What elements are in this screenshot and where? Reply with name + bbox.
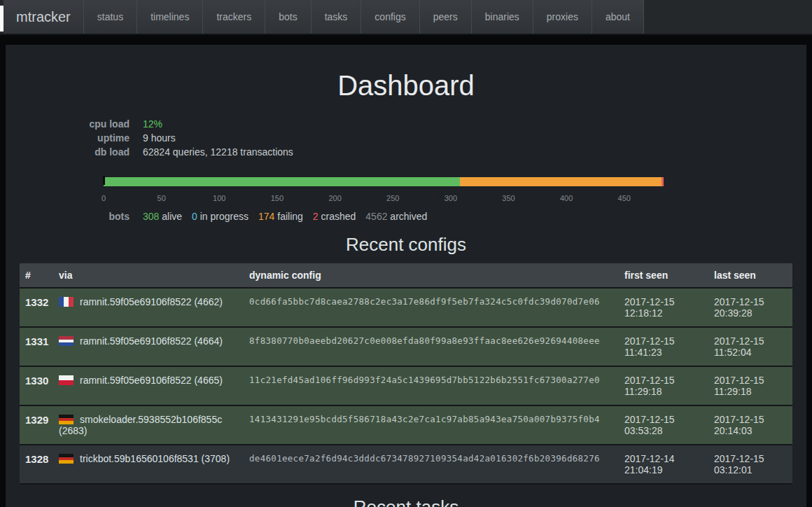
table-row[interactable]: 1332ramnit.59f05e69106f8522 (4662)0cd66f… — [20, 288, 792, 327]
cell-config-id: 1328 — [20, 445, 53, 484]
nav-item-binaries[interactable]: binaries — [471, 0, 533, 34]
navbar-items: statustimelinestrackersbotstasksconfigsp… — [83, 0, 643, 34]
nav-link-timelines[interactable]: timelines — [136, 0, 202, 34]
bar-segment-alive — [104, 177, 460, 186]
cell-config-id: 1330 — [20, 366, 53, 405]
axis-tick-150: 150 — [271, 194, 284, 202]
axis-tick-200: 200 — [328, 194, 341, 202]
legend-item-crashed: 2 crashed — [313, 211, 356, 222]
axis-tick-400: 400 — [560, 194, 573, 202]
via-tracker-link[interactable]: ramnit.59f05e69106f8522 (4662) — [80, 296, 223, 307]
nav-item-bots[interactable]: bots — [265, 0, 310, 34]
nav-item-about[interactable]: about — [592, 0, 643, 34]
table-header-row: # via dynamic config first seen last see… — [20, 263, 792, 288]
cell-first-seen: 2017-12-15 11:29:18 — [619, 366, 708, 405]
bar-segment-failing — [460, 177, 662, 186]
nav-item-status[interactable]: status — [83, 0, 136, 34]
legend-count: 4562 — [365, 211, 387, 222]
axis-tick-300: 300 — [444, 194, 457, 202]
header-first-seen: first seen — [619, 263, 708, 288]
legend-item-archived: 4562 archived — [365, 211, 427, 222]
cell-last-seen: 2017-12-15 03:12:01 — [708, 445, 792, 484]
nav-link-trackers[interactable]: trackers — [202, 0, 265, 34]
cell-last-seen: 2017-12-15 11:52:04 — [708, 327, 792, 366]
axis-tick-250: 250 — [386, 194, 399, 202]
cell-first-seen: 2017-12-14 21:04:19 — [619, 445, 708, 484]
nav-item-proxies[interactable]: proxies — [533, 0, 592, 34]
nav-item-configs[interactable]: configs — [360, 0, 419, 34]
nav-link-proxies[interactable]: proxies — [533, 0, 592, 34]
cell-dynamic-config[interactable]: 11c21efd45ad106ff96d993f24a5c1439695d7bb… — [244, 366, 619, 405]
cell-via: ramnit.59f05e69106f8522 (4662) — [53, 288, 244, 327]
dashboard-panel: Dashboard cpu load12%uptime9 hoursdb loa… — [6, 45, 806, 507]
cell-dynamic-config[interactable]: de4601eece7a2f6d94c3dddc673478927109354a… — [244, 445, 619, 484]
stat-value: 62824 queries, 12218 transactions — [143, 145, 293, 159]
nav-link-binaries[interactable]: binaries — [471, 0, 533, 34]
legend-count: 174 — [258, 211, 274, 222]
recent-configs-table: # via dynamic config first seen last see… — [20, 263, 792, 485]
stat-value: 12% — [143, 117, 162, 131]
cell-config-id: 1332 — [20, 288, 53, 327]
legend-name: archived — [387, 211, 427, 222]
navbar: mtracker statustimelinestrackersbotstask… — [0, 0, 812, 35]
nav-item-timelines[interactable]: timelines — [136, 0, 202, 34]
cell-via: ramnit.59f05e69106f8522 (4665) — [53, 366, 244, 405]
axis-tick-0: 0 — [102, 194, 106, 202]
page-title: Dashboard — [6, 45, 806, 102]
cell-via: trickbot.59b16560106f8531 (3708) — [53, 445, 244, 484]
stat-value: 9 hours — [143, 131, 176, 145]
table-row[interactable]: 1331ramnit.59f05e69106f8522 (4664)8f8380… — [20, 327, 792, 366]
nav-link-peers[interactable]: peers — [419, 0, 471, 34]
legend-name: in progress — [197, 211, 248, 222]
cell-dynamic-config[interactable]: 0cd66fa5bbc7d8caea2788c2ec3a17e86df9f5eb… — [244, 288, 619, 327]
nav-link-tasks[interactable]: tasks — [311, 0, 361, 34]
nav-item-tasks[interactable]: tasks — [311, 0, 361, 34]
via-tracker-link[interactable]: trickbot.59b16560106f8531 (3708) — [80, 453, 230, 464]
legend-item-alive: 308 alive — [143, 211, 182, 222]
header-via: via — [53, 263, 244, 288]
nav-link-about[interactable]: about — [592, 0, 643, 34]
page-edge — [0, 6, 4, 32]
cell-dynamic-config[interactable]: 1413431291e95bcdd5f586718a43c2e7ca1c97ab… — [244, 405, 619, 445]
nav-link-configs[interactable]: configs — [360, 0, 419, 34]
cell-via: smokeloader.5938552b106f855c (2683) — [53, 405, 244, 445]
nav-item-trackers[interactable]: trackers — [202, 0, 265, 34]
axis-ticks: 050100150200250300350400450 — [104, 194, 664, 204]
legend-name: failing — [274, 211, 302, 222]
cell-last-seen: 2017-12-15 20:14:03 — [708, 405, 792, 445]
bots-legend: 308 alive0 in progress174 failing2 crash… — [143, 211, 437, 222]
header-id: # — [20, 263, 53, 288]
bar-segment-crashed — [662, 177, 664, 186]
bots-bar-chart: 050100150200250300350400450 — [104, 177, 664, 204]
stat-row-db-load: db load62824 queries, 12218 transactions — [6, 145, 806, 159]
cell-via: ramnit.59f05e69106f8522 (4664) — [53, 327, 244, 366]
axis-tick-350: 350 — [502, 194, 514, 202]
stat-label: cpu load — [6, 117, 130, 131]
nav-item-peers[interactable]: peers — [419, 0, 471, 34]
bots-summary-row: bots 308 alive0 in progress174 failing2 … — [6, 211, 806, 222]
flag-de-icon — [59, 415, 74, 424]
recent-tasks-title: Recent tasks — [6, 496, 806, 507]
table-row[interactable]: 1330ramnit.59f05e69106f8522 (4665)11c21e… — [20, 366, 792, 405]
legend-count: 2 — [313, 211, 318, 222]
cell-last-seen: 2017-12-15 20:39:28 — [708, 288, 792, 327]
table-row[interactable]: 1329smokeloader.5938552b106f855c (2683)1… — [20, 405, 792, 445]
nav-link-status[interactable]: status — [83, 0, 136, 34]
via-tracker-link[interactable]: ramnit.59f05e69106f8522 (4664) — [80, 335, 223, 347]
cell-dynamic-config[interactable]: 8f8380770b0aeebd20627c0e008efda80f99a8e9… — [244, 327, 619, 366]
via-tracker-link[interactable]: smokeloader.5938552b106f855c (2683) — [59, 414, 222, 436]
nav-link-bots[interactable]: bots — [265, 0, 310, 34]
stat-row-cpu-load: cpu load12% — [6, 117, 806, 131]
flag-pl-icon — [59, 375, 74, 385]
cell-config-id: 1331 — [20, 327, 53, 366]
flag-nl-icon — [59, 336, 74, 346]
legend-count: 0 — [192, 211, 197, 222]
via-tracker-link[interactable]: ramnit.59f05e69106f8522 (4665) — [80, 375, 223, 386]
table-row[interactable]: 1328trickbot.59b16560106f8531 (3708)de46… — [20, 445, 792, 484]
cell-first-seen: 2017-12-15 11:41:23 — [619, 327, 708, 366]
legend-item-failing: 174 failing — [258, 211, 303, 222]
axis-tick-450: 450 — [618, 194, 631, 202]
legend-name: alive — [159, 211, 182, 222]
navbar-brand[interactable]: mtracker — [4, 0, 83, 34]
stat-label: db load — [6, 145, 130, 159]
